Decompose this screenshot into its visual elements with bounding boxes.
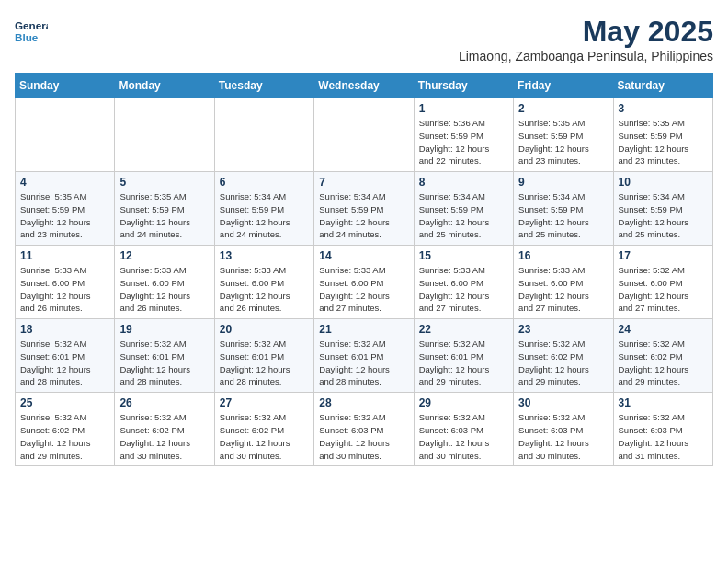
- day-number: 12: [119, 249, 209, 262]
- day-info: Sunrise: 5:32 AM Sunset: 6:01 PM Dayligh…: [119, 338, 209, 388]
- day-number: 10: [619, 176, 708, 189]
- day-info: Sunrise: 5:32 AM Sunset: 6:03 PM Dayligh…: [419, 411, 508, 462]
- calendar-header-row: Sunday Monday Tuesday Wednesday Thursday…: [16, 74, 713, 98]
- day-number: 24: [619, 323, 708, 336]
- calendar-week-row: 1Sunrise: 5:36 AM Sunset: 5:59 PM Daylig…: [16, 98, 713, 172]
- table-row: 8Sunrise: 5:34 AM Sunset: 5:59 PM Daylig…: [414, 172, 513, 246]
- day-number: 2: [518, 102, 608, 115]
- day-info: Sunrise: 5:34 AM Sunset: 5:59 PM Dayligh…: [619, 190, 708, 241]
- day-info: Sunrise: 5:32 AM Sunset: 6:01 PM Dayligh…: [419, 338, 508, 388]
- table-row: 13Sunrise: 5:33 AM Sunset: 6:00 PM Dayli…: [214, 246, 313, 319]
- day-number: 26: [119, 396, 209, 409]
- day-info: Sunrise: 5:32 AM Sunset: 6:02 PM Dayligh…: [119, 411, 209, 462]
- table-row: 7Sunrise: 5:34 AM Sunset: 5:59 PM Daylig…: [314, 172, 414, 246]
- day-info: Sunrise: 5:34 AM Sunset: 5:59 PM Dayligh…: [419, 190, 508, 241]
- table-row: [214, 98, 313, 172]
- day-number: 5: [119, 176, 209, 189]
- day-info: Sunrise: 5:32 AM Sunset: 6:03 PM Dayligh…: [518, 411, 608, 462]
- logo: General Blue: [15, 15, 48, 48]
- table-row: 29Sunrise: 5:32 AM Sunset: 6:03 PM Dayli…: [414, 393, 513, 466]
- day-info: Sunrise: 5:32 AM Sunset: 6:01 PM Dayligh…: [20, 338, 109, 388]
- table-row: 1Sunrise: 5:36 AM Sunset: 5:59 PM Daylig…: [414, 98, 513, 172]
- day-info: Sunrise: 5:32 AM Sunset: 6:02 PM Dayligh…: [518, 338, 608, 388]
- day-number: 4: [20, 176, 109, 189]
- day-info: Sunrise: 5:35 AM Sunset: 5:59 PM Dayligh…: [119, 190, 209, 241]
- table-row: 22Sunrise: 5:32 AM Sunset: 6:01 PM Dayli…: [414, 319, 513, 393]
- calendar-subtitle: Limaong, Zamboanga Peninsula, Philippine…: [459, 49, 713, 63]
- table-row: 5Sunrise: 5:35 AM Sunset: 5:59 PM Daylig…: [115, 172, 214, 246]
- day-number: 9: [518, 176, 608, 189]
- table-row: 23Sunrise: 5:32 AM Sunset: 6:02 PM Dayli…: [514, 319, 613, 393]
- col-friday: Friday: [514, 74, 613, 98]
- calendar-title: May 2025: [459, 15, 713, 49]
- day-number: 13: [220, 249, 309, 262]
- col-wednesday: Wednesday: [314, 74, 414, 98]
- day-info: Sunrise: 5:32 AM Sunset: 6:01 PM Dayligh…: [319, 338, 408, 388]
- table-row: 16Sunrise: 5:33 AM Sunset: 6:00 PM Dayli…: [514, 246, 613, 319]
- calendar-week-row: 11Sunrise: 5:33 AM Sunset: 6:00 PM Dayli…: [16, 246, 713, 319]
- day-number: 25: [20, 396, 109, 409]
- table-row: 21Sunrise: 5:32 AM Sunset: 6:01 PM Dayli…: [314, 319, 414, 393]
- table-row: 24Sunrise: 5:32 AM Sunset: 6:02 PM Dayli…: [613, 319, 712, 393]
- table-row: 17Sunrise: 5:32 AM Sunset: 6:00 PM Dayli…: [613, 246, 712, 319]
- table-row: 27Sunrise: 5:32 AM Sunset: 6:02 PM Dayli…: [214, 393, 313, 466]
- table-row: 6Sunrise: 5:34 AM Sunset: 5:59 PM Daylig…: [214, 172, 313, 246]
- day-info: Sunrise: 5:32 AM Sunset: 6:02 PM Dayligh…: [20, 411, 109, 462]
- day-number: 22: [419, 323, 508, 336]
- day-info: Sunrise: 5:35 AM Sunset: 5:59 PM Dayligh…: [619, 117, 708, 167]
- table-row: 28Sunrise: 5:32 AM Sunset: 6:03 PM Dayli…: [314, 393, 414, 466]
- logo-icon: General Blue: [15, 15, 48, 48]
- calendar-week-row: 18Sunrise: 5:32 AM Sunset: 6:01 PM Dayli…: [16, 319, 713, 393]
- table-row: 10Sunrise: 5:34 AM Sunset: 5:59 PM Dayli…: [613, 172, 712, 246]
- table-row: 19Sunrise: 5:32 AM Sunset: 6:01 PM Dayli…: [115, 319, 214, 393]
- table-row: [115, 98, 214, 172]
- table-row: [16, 98, 115, 172]
- col-monday: Monday: [115, 74, 214, 98]
- table-row: 12Sunrise: 5:33 AM Sunset: 6:00 PM Dayli…: [115, 246, 214, 319]
- day-number: 6: [220, 176, 309, 189]
- table-row: 26Sunrise: 5:32 AM Sunset: 6:02 PM Dayli…: [115, 393, 214, 466]
- day-info: Sunrise: 5:32 AM Sunset: 6:00 PM Dayligh…: [619, 264, 708, 315]
- day-number: 23: [518, 323, 608, 336]
- day-number: 27: [220, 396, 309, 409]
- day-info: Sunrise: 5:32 AM Sunset: 6:03 PM Dayligh…: [319, 411, 408, 462]
- table-row: 25Sunrise: 5:32 AM Sunset: 6:02 PM Dayli…: [16, 393, 115, 466]
- table-row: 4Sunrise: 5:35 AM Sunset: 5:59 PM Daylig…: [16, 172, 115, 246]
- day-info: Sunrise: 5:33 AM Sunset: 6:00 PM Dayligh…: [20, 264, 109, 315]
- calendar-table: Sunday Monday Tuesday Wednesday Thursday…: [15, 73, 713, 466]
- day-info: Sunrise: 5:35 AM Sunset: 5:59 PM Dayligh…: [20, 190, 109, 241]
- table-row: 31Sunrise: 5:32 AM Sunset: 6:03 PM Dayli…: [613, 393, 712, 466]
- day-info: Sunrise: 5:33 AM Sunset: 6:00 PM Dayligh…: [220, 264, 309, 315]
- day-number: 28: [319, 396, 408, 409]
- calendar-week-row: 25Sunrise: 5:32 AM Sunset: 6:02 PM Dayli…: [16, 393, 713, 466]
- day-info: Sunrise: 5:34 AM Sunset: 5:59 PM Dayligh…: [518, 190, 608, 241]
- day-number: 8: [419, 176, 508, 189]
- day-info: Sunrise: 5:34 AM Sunset: 5:59 PM Dayligh…: [319, 190, 408, 241]
- table-row: 9Sunrise: 5:34 AM Sunset: 5:59 PM Daylig…: [514, 172, 613, 246]
- table-row: 14Sunrise: 5:33 AM Sunset: 6:00 PM Dayli…: [314, 246, 414, 319]
- col-tuesday: Tuesday: [214, 74, 313, 98]
- table-row: 18Sunrise: 5:32 AM Sunset: 6:01 PM Dayli…: [16, 319, 115, 393]
- col-sunday: Sunday: [16, 74, 115, 98]
- day-number: 15: [419, 249, 508, 262]
- col-thursday: Thursday: [414, 74, 513, 98]
- day-info: Sunrise: 5:36 AM Sunset: 5:59 PM Dayligh…: [419, 117, 508, 167]
- day-number: 3: [619, 102, 708, 115]
- day-number: 19: [119, 323, 209, 336]
- day-number: 31: [619, 396, 708, 409]
- day-number: 30: [518, 396, 608, 409]
- day-info: Sunrise: 5:33 AM Sunset: 6:00 PM Dayligh…: [419, 264, 508, 315]
- day-number: 17: [619, 249, 708, 262]
- table-row: 3Sunrise: 5:35 AM Sunset: 5:59 PM Daylig…: [613, 98, 712, 172]
- day-info: Sunrise: 5:32 AM Sunset: 6:01 PM Dayligh…: [220, 338, 309, 388]
- table-row: 11Sunrise: 5:33 AM Sunset: 6:00 PM Dayli…: [16, 246, 115, 319]
- svg-text:Blue: Blue: [15, 31, 39, 43]
- day-info: Sunrise: 5:33 AM Sunset: 6:00 PM Dayligh…: [319, 264, 408, 315]
- day-number: 29: [419, 396, 508, 409]
- page-header: General Blue May 2025 Limaong, Zamboanga…: [15, 15, 713, 63]
- svg-text:General: General: [15, 19, 48, 31]
- day-number: 20: [220, 323, 309, 336]
- day-number: 16: [518, 249, 608, 262]
- day-number: 7: [319, 176, 408, 189]
- day-number: 21: [319, 323, 408, 336]
